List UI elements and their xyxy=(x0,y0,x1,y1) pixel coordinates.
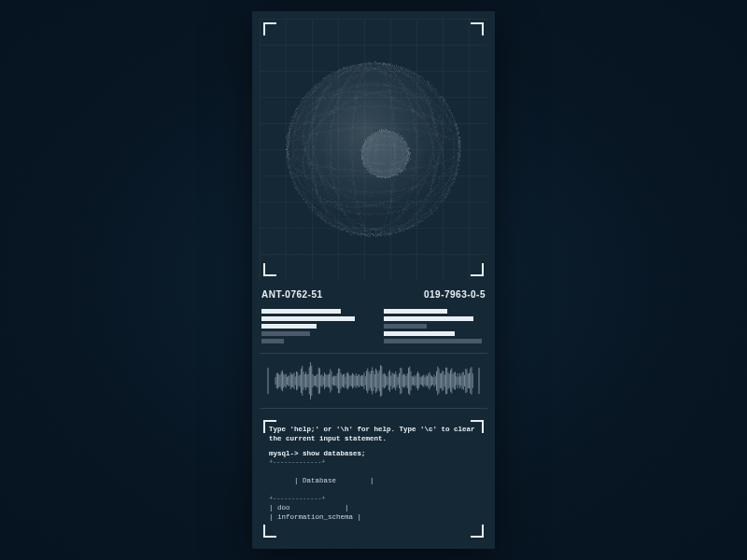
corner-bracket-top-left xyxy=(263,22,276,35)
id-row: ANT-0762-51 019-7963-0-5 xyxy=(260,280,487,305)
corner-bracket-bottom-right xyxy=(471,525,484,538)
metrics-bar-section xyxy=(260,305,487,353)
metric-bar xyxy=(261,316,355,321)
metric-bar xyxy=(384,331,455,336)
terminal-prompt-line: mysql-> show databases; xyxy=(269,450,478,459)
metric-bar xyxy=(384,316,473,321)
terminal-output: Type 'help;' or '\h' for help. Type '\c'… xyxy=(260,416,487,541)
cell-sphere-wireframe xyxy=(275,51,472,247)
specimen-id-left: ANT-0762-51 xyxy=(261,289,323,300)
metric-bar xyxy=(384,339,482,343)
specimen-id-right: 019-7963-0-5 xyxy=(424,289,486,300)
metrics-bars-right xyxy=(384,309,486,343)
audio-waveform xyxy=(266,362,481,399)
corner-bracket-top-right xyxy=(471,420,484,433)
cell-nucleus xyxy=(361,131,408,177)
corner-bracket-top-left xyxy=(263,420,276,433)
hud-panel: ANT-0762-51 019-7963-0-5 Type 'help;' or… xyxy=(252,11,495,549)
metric-bar xyxy=(261,331,310,336)
terminal-table-header: | Database | xyxy=(269,468,478,495)
terminal-divider: +-------------+ xyxy=(269,495,478,504)
visualizer-frame xyxy=(260,19,487,280)
corner-bracket-bottom-left xyxy=(263,525,276,538)
metric-bar xyxy=(261,339,284,343)
terminal-help-text: Type 'help;' or '\h' for help. Type '\c'… xyxy=(269,426,478,444)
metrics-bars-left xyxy=(261,309,363,343)
corner-bracket-top-right xyxy=(471,22,484,35)
terminal-table-row: | doo | xyxy=(269,504,478,513)
metric-bar xyxy=(384,324,427,329)
metric-bar xyxy=(384,309,447,314)
terminal-table-row: | information_schema | xyxy=(269,513,478,523)
waveform-box xyxy=(260,353,487,409)
corner-bracket-bottom-right xyxy=(471,263,484,276)
corner-bracket-bottom-left xyxy=(263,263,276,276)
terminal-divider: +-------------+ xyxy=(269,458,478,468)
metric-bar xyxy=(261,324,317,329)
metric-bar xyxy=(261,309,341,314)
